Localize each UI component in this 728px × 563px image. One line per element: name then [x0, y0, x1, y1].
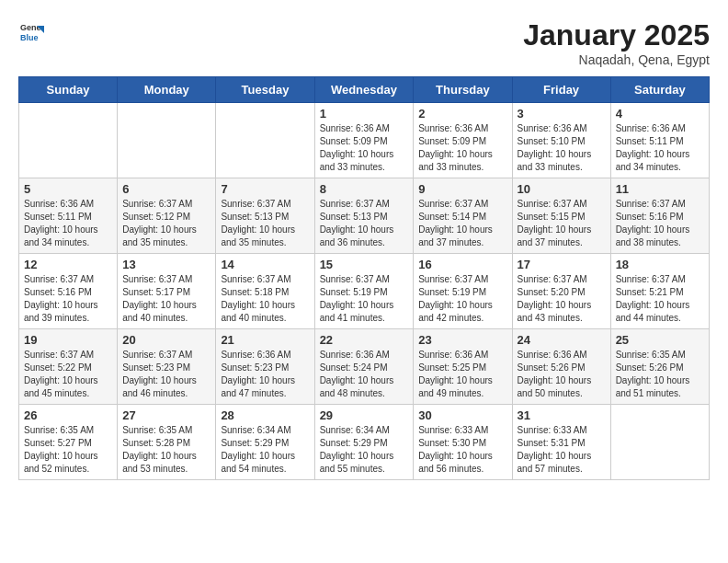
day-info: Sunrise: 6:35 AM Sunset: 5:26 PM Dayligh… — [616, 349, 704, 400]
day-info: Sunrise: 6:37 AM Sunset: 5:23 PM Dayligh… — [122, 349, 210, 400]
calendar-cell: 12Sunrise: 6:37 AM Sunset: 5:16 PM Dayli… — [19, 254, 118, 329]
day-info: Sunrise: 6:37 AM Sunset: 5:19 PM Dayligh… — [320, 273, 409, 325]
calendar-cell: 14Sunrise: 6:37 AM Sunset: 5:18 PM Dayli… — [216, 254, 314, 329]
day-number: 26 — [24, 408, 112, 422]
calendar-cell: 6Sunrise: 6:37 AM Sunset: 5:12 PM Daylig… — [118, 178, 216, 254]
calendar-cell: 20Sunrise: 6:37 AM Sunset: 5:23 PM Dayli… — [118, 329, 216, 405]
svg-text:Blue: Blue — [20, 33, 39, 42]
calendar-cell: 19Sunrise: 6:37 AM Sunset: 5:22 PM Dayli… — [19, 329, 118, 405]
calendar-cell — [19, 103, 118, 178]
day-info: Sunrise: 6:37 AM Sunset: 5:15 PM Dayligh… — [518, 198, 606, 249]
day-info: Sunrise: 6:37 AM Sunset: 5:21 PM Dayligh… — [616, 273, 704, 325]
day-number: 10 — [518, 182, 606, 196]
calendar-cell: 9Sunrise: 6:37 AM Sunset: 5:14 PM Daylig… — [414, 178, 512, 254]
day-number: 8 — [320, 182, 409, 196]
day-number: 9 — [418, 182, 506, 196]
day-info: Sunrise: 6:37 AM Sunset: 5:16 PM Dayligh… — [24, 273, 112, 325]
calendar-cell: 15Sunrise: 6:37 AM Sunset: 5:19 PM Dayli… — [314, 254, 414, 329]
day-number: 7 — [221, 182, 309, 196]
calendar-cell: 13Sunrise: 6:37 AM Sunset: 5:17 PM Dayli… — [118, 254, 216, 329]
day-number: 21 — [221, 333, 309, 347]
day-number: 17 — [518, 258, 606, 271]
calendar-week-row: 1Sunrise: 6:36 AM Sunset: 5:09 PM Daylig… — [19, 103, 710, 178]
calendar-cell: 11Sunrise: 6:37 AM Sunset: 5:16 PM Dayli… — [610, 178, 709, 254]
calendar-cell: 25Sunrise: 6:35 AM Sunset: 5:26 PM Dayli… — [610, 329, 709, 405]
calendar-week-row: 26Sunrise: 6:35 AM Sunset: 5:27 PM Dayli… — [19, 405, 710, 480]
day-info: Sunrise: 6:37 AM Sunset: 5:16 PM Dayligh… — [616, 198, 704, 249]
calendar-table: SundayMondayTuesdayWednesdayThursdayFrid… — [18, 76, 710, 480]
calendar-cell: 2Sunrise: 6:36 AM Sunset: 5:09 PM Daylig… — [414, 103, 512, 178]
day-number: 19 — [24, 333, 112, 347]
calendar-cell: 29Sunrise: 6:34 AM Sunset: 5:29 PM Dayli… — [314, 405, 414, 480]
calendar-cell: 5Sunrise: 6:36 AM Sunset: 5:11 PM Daylig… — [19, 178, 118, 254]
day-info: Sunrise: 6:37 AM Sunset: 5:12 PM Dayligh… — [122, 198, 210, 249]
day-info: Sunrise: 6:37 AM Sunset: 5:20 PM Dayligh… — [518, 273, 606, 325]
day-of-week-header: Monday — [118, 77, 216, 103]
day-info: Sunrise: 6:36 AM Sunset: 5:23 PM Dayligh… — [221, 349, 309, 400]
location-subtitle: Naqadah, Qena, Egypt — [523, 52, 710, 67]
day-of-week-header: Thursday — [414, 77, 512, 103]
day-of-week-header: Wednesday — [314, 77, 414, 103]
day-number: 18 — [616, 258, 704, 271]
day-number: 12 — [24, 258, 112, 271]
calendar-cell: 4Sunrise: 6:36 AM Sunset: 5:11 PM Daylig… — [610, 103, 709, 178]
day-info: Sunrise: 6:36 AM Sunset: 5:10 PM Dayligh… — [518, 122, 606, 174]
day-info: Sunrise: 6:37 AM Sunset: 5:14 PM Dayligh… — [418, 198, 506, 249]
month-title: January 2025 — [523, 18, 710, 52]
calendar-week-row: 12Sunrise: 6:37 AM Sunset: 5:16 PM Dayli… — [19, 254, 710, 329]
day-number: 23 — [418, 333, 506, 347]
day-of-week-header: Tuesday — [216, 77, 314, 103]
day-number: 2 — [418, 107, 506, 121]
calendar-cell: 18Sunrise: 6:37 AM Sunset: 5:21 PM Dayli… — [610, 254, 709, 329]
day-info: Sunrise: 6:36 AM Sunset: 5:25 PM Dayligh… — [418, 349, 506, 400]
day-info: Sunrise: 6:34 AM Sunset: 5:29 PM Dayligh… — [320, 424, 409, 476]
calendar-cell: 27Sunrise: 6:35 AM Sunset: 5:28 PM Dayli… — [118, 405, 216, 480]
calendar-cell: 21Sunrise: 6:36 AM Sunset: 5:23 PM Dayli… — [216, 329, 314, 405]
calendar-cell: 22Sunrise: 6:36 AM Sunset: 5:24 PM Dayli… — [314, 329, 414, 405]
day-of-week-header: Saturday — [610, 77, 709, 103]
day-info: Sunrise: 6:36 AM Sunset: 5:09 PM Dayligh… — [320, 122, 409, 174]
day-info: Sunrise: 6:37 AM Sunset: 5:13 PM Dayligh… — [320, 198, 409, 249]
day-info: Sunrise: 6:37 AM Sunset: 5:17 PM Dayligh… — [122, 273, 210, 325]
day-number: 28 — [221, 408, 309, 422]
calendar-cell — [118, 103, 216, 178]
calendar-cell — [216, 103, 314, 178]
day-number: 5 — [24, 182, 112, 196]
day-number: 31 — [518, 408, 606, 422]
calendar-cell: 30Sunrise: 6:33 AM Sunset: 5:30 PM Dayli… — [414, 405, 512, 480]
day-info: Sunrise: 6:33 AM Sunset: 5:30 PM Dayligh… — [418, 424, 506, 476]
calendar-cell: 10Sunrise: 6:37 AM Sunset: 5:15 PM Dayli… — [512, 178, 610, 254]
day-info: Sunrise: 6:35 AM Sunset: 5:28 PM Dayligh… — [122, 424, 210, 476]
day-number: 6 — [122, 182, 210, 196]
day-number: 13 — [122, 258, 210, 271]
calendar-cell: 17Sunrise: 6:37 AM Sunset: 5:20 PM Dayli… — [512, 254, 610, 329]
day-number: 1 — [320, 107, 409, 121]
title-area: January 2025 Naqadah, Qena, Egypt — [523, 18, 710, 67]
calendar-header-row: SundayMondayTuesdayWednesdayThursdayFrid… — [19, 77, 710, 103]
calendar-cell — [610, 405, 709, 480]
day-info: Sunrise: 6:36 AM Sunset: 5:24 PM Dayligh… — [320, 349, 409, 400]
logo-icon: General Blue — [18, 18, 44, 44]
day-info: Sunrise: 6:37 AM Sunset: 5:18 PM Dayligh… — [221, 273, 309, 325]
day-number: 3 — [518, 107, 606, 121]
day-info: Sunrise: 6:35 AM Sunset: 5:27 PM Dayligh… — [24, 424, 112, 476]
day-number: 30 — [418, 408, 506, 422]
day-number: 16 — [418, 258, 506, 271]
calendar-body: 1Sunrise: 6:36 AM Sunset: 5:09 PM Daylig… — [19, 103, 710, 480]
calendar-cell: 7Sunrise: 6:37 AM Sunset: 5:13 PM Daylig… — [216, 178, 314, 254]
calendar-cell: 31Sunrise: 6:33 AM Sunset: 5:31 PM Dayli… — [512, 405, 610, 480]
calendar-cell: 1Sunrise: 6:36 AM Sunset: 5:09 PM Daylig… — [314, 103, 414, 178]
day-number: 22 — [320, 333, 409, 347]
day-number: 14 — [221, 258, 309, 271]
day-of-week-header: Friday — [512, 77, 610, 103]
day-number: 25 — [616, 333, 704, 347]
day-of-week-header: Sunday — [19, 77, 118, 103]
day-info: Sunrise: 6:37 AM Sunset: 5:19 PM Dayligh… — [418, 273, 506, 325]
calendar-cell: 3Sunrise: 6:36 AM Sunset: 5:10 PM Daylig… — [512, 103, 610, 178]
day-number: 29 — [320, 408, 409, 422]
calendar-cell: 16Sunrise: 6:37 AM Sunset: 5:19 PM Dayli… — [414, 254, 512, 329]
day-info: Sunrise: 6:34 AM Sunset: 5:29 PM Dayligh… — [221, 424, 309, 476]
day-number: 24 — [518, 333, 606, 347]
day-info: Sunrise: 6:36 AM Sunset: 5:26 PM Dayligh… — [518, 349, 606, 400]
day-info: Sunrise: 6:37 AM Sunset: 5:13 PM Dayligh… — [221, 198, 309, 249]
